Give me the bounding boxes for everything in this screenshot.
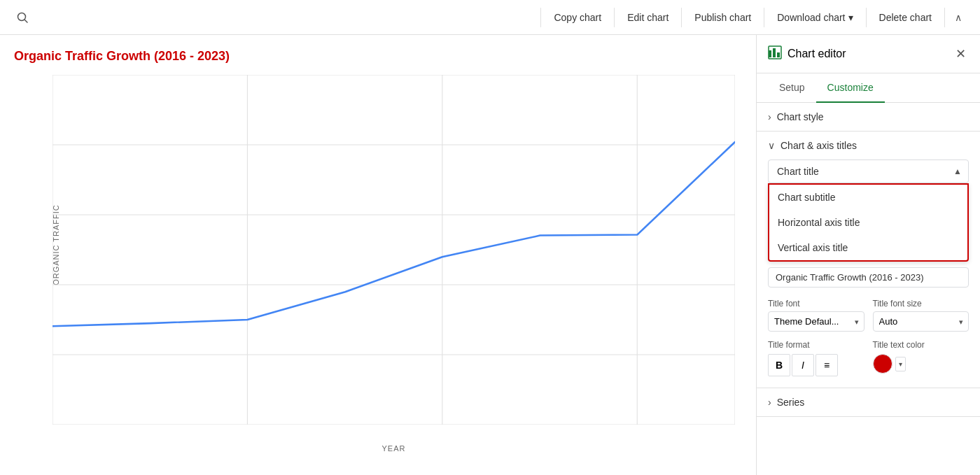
download-arrow-icon: ▾ [848,12,853,23]
menu-item-chart-subtitle[interactable]: Chart subtitle [769,185,967,210]
menu-item-vertical-axis-title[interactable]: Vertical axis title [769,235,967,260]
format-buttons: B I ≡ [768,354,864,376]
chart-axis-titles-label: Chart & axis titles [780,140,857,151]
title-font-size-select[interactable]: Auto [873,311,969,332]
search-icon[interactable] [11,6,34,29]
edit-chart-button[interactable]: Edit chart [617,8,678,27]
title-font-select-wrap: Theme Defaul... [768,311,864,332]
svg-rect-24 [773,48,776,57]
toolbar-divider-5 [866,8,867,27]
right-panel: Chart editor ✕ Setup Customize › Chart s… [756,35,980,475]
title-format-group: Title format B I ≡ [768,340,864,376]
x-axis-label: YEAR [52,444,735,453]
line-chart-svg: 250,000 200,000 150,000 100,000 50,000 0… [52,75,735,425]
font-controls-row: Title font Theme Defaul... Title font si… [768,299,969,332]
svg-line-1 [25,20,28,22]
svg-rect-25 [777,52,780,57]
chart-style-chevron-icon: › [768,111,771,122]
panel-header: Chart editor ✕ [757,35,980,73]
chart-style-header[interactable]: › Chart style [757,103,980,131]
tab-setup[interactable]: Setup [768,73,816,103]
panel-chart-icon [768,45,782,63]
series-label: Series [777,397,805,408]
menu-item-horizontal-axis-title[interactable]: Horizontal axis title [769,210,967,235]
copy-chart-button[interactable]: Copy chart [544,8,611,27]
delete-chart-button[interactable]: Delete chart [869,8,941,27]
title-type-dropdown-menu: Chart subtitle Horizontal axis title Ver… [768,183,969,262]
align-button[interactable]: ≡ [816,354,838,376]
panel-tabs: Setup Customize [757,73,980,103]
title-text-row [768,267,969,288]
title-type-dropdown[interactable]: Chart title Chart subtitle Horizontal ax… [768,159,969,183]
title-font-size-select-wrap: Auto [873,311,969,332]
bold-button[interactable]: B [768,354,790,376]
chart-style-section: › Chart style [757,103,980,132]
series-header[interactable]: › Series [757,388,980,416]
title-font-size-label: Title font size [873,299,969,309]
toolbar-divider-2 [614,8,615,27]
toolbar-divider-4 [764,8,764,27]
series-chevron-icon: › [768,397,771,408]
format-controls-row: Title format B I ≡ Title text color ▾ [768,340,969,376]
title-text-color-label: Title text color [873,340,969,350]
title-font-select[interactable]: Theme Defaul... [768,311,864,332]
toolbar-divider-1 [540,8,541,27]
italic-button[interactable]: I [792,354,814,376]
title-type-dropdown-row: Chart title Chart subtitle Horizontal ax… [768,159,969,183]
title-text-input[interactable] [768,267,969,288]
title-color-dropdown-button[interactable]: ▾ [895,357,906,371]
title-font-group: Title font Theme Defaul... [768,299,864,332]
chart-svg-container: 250,000 200,000 150,000 100,000 50,000 0… [52,75,735,425]
chart-axis-titles-content: Chart title Chart subtitle Horizontal ax… [757,159,980,388]
toolbar-divider-3 [681,8,682,27]
title-color-swatch[interactable] [873,354,892,374]
title-font-size-group: Title font size Auto [873,299,969,332]
tab-customize[interactable]: Customize [816,73,885,103]
toolbar: Copy chart Edit chart Publish chart Down… [0,0,980,35]
download-chart-button[interactable]: Download chart ▾ [767,8,862,27]
chart-area: Organic Traffic Growth (2016 - 2023) ORG… [0,35,756,475]
series-section: › Series [757,388,980,417]
title-text-color-group: Title text color ▾ [873,340,969,376]
chart-title: Organic Traffic Growth (2016 - 2023) [14,49,735,64]
chart-axis-titles-section: ∨ Chart & axis titles Chart title Chart … [757,132,980,388]
chart-axis-titles-chevron-icon: ∨ [768,140,775,151]
chart-axis-titles-header[interactable]: ∨ Chart & axis titles [757,132,980,159]
toolbar-divider-6 [944,8,945,27]
title-font-label: Title font [768,299,864,309]
main-container: Organic Traffic Growth (2016 - 2023) ORG… [0,35,980,475]
download-chart-label: Download chart [777,12,845,23]
svg-point-0 [18,13,26,20]
search-button[interactable] [11,6,34,29]
title-format-label: Title format [768,340,864,350]
color-picker-row: ▾ [873,354,969,374]
collapse-button[interactable]: ∧ [948,8,969,27]
panel-title: Chart editor [788,48,953,60]
chart-style-label: Chart style [777,111,824,122]
panel-close-button[interactable]: ✕ [953,43,969,64]
publish-chart-button[interactable]: Publish chart [685,8,761,27]
chart-container: ORGANIC TRAFFIC 25 [14,75,735,453]
